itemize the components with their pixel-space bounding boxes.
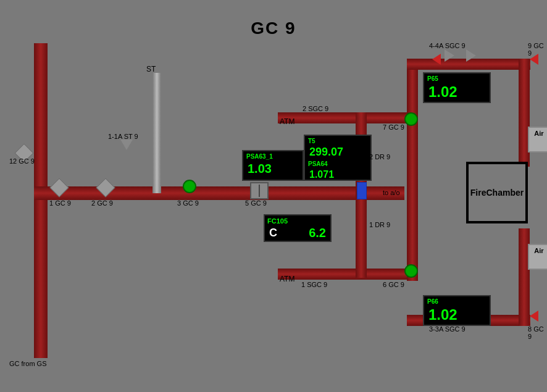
pipe-h-bot bbox=[278, 269, 417, 280]
fc105-value: 6.2 bbox=[309, 226, 329, 240]
valve-st9-tri[interactable] bbox=[120, 140, 133, 150]
label-1dr9: 1 DR 9 bbox=[369, 221, 390, 228]
air-inlet-bot: Air bbox=[528, 244, 547, 270]
display-psa63: PSA63_1 1.03 bbox=[242, 150, 304, 181]
display-p66: P66 1.02 bbox=[423, 295, 491, 326]
p66-label: P66 bbox=[425, 298, 488, 306]
fire-chamber-box bbox=[466, 162, 528, 223]
label-6gc9: 6 GC 9 bbox=[383, 281, 404, 288]
valve-4a-sgc9-right[interactable] bbox=[466, 49, 476, 62]
valve-4a-sgc9-left[interactable] bbox=[445, 49, 454, 62]
label-1gc9: 1 GC 9 bbox=[49, 199, 71, 207]
st-label: ST bbox=[146, 65, 156, 73]
arrow-top-left bbox=[432, 54, 441, 65]
label-12gc9: 12 GC 9 bbox=[9, 157, 35, 165]
pipe-h-top bbox=[278, 112, 417, 123]
label-7gc9: 7 GC 9 bbox=[383, 123, 404, 131]
pipe-left-main bbox=[34, 43, 48, 358]
valve-1gc9[interactable] bbox=[52, 181, 66, 194]
p65-label: P65 bbox=[425, 75, 488, 83]
pipe-v-right-top bbox=[407, 59, 418, 198]
valve-2gc9[interactable] bbox=[99, 181, 112, 194]
t5-label: T5 bbox=[306, 137, 369, 145]
label-1-1a-st9: 1-1A ST 9 bbox=[108, 133, 138, 140]
psa63-label: PSA63_1 bbox=[244, 152, 301, 161]
label-4a-sgc9: 4-4A SGC 9 bbox=[429, 42, 466, 49]
air-inlet-top: Air bbox=[528, 127, 547, 152]
valve-3gc9[interactable] bbox=[183, 180, 196, 193]
valve-5gc9[interactable] bbox=[250, 182, 269, 199]
pipe-v-far-right-bot bbox=[519, 228, 530, 326]
valve-6gc9[interactable] bbox=[404, 264, 418, 278]
label-gc-from-gs: GC from GS bbox=[9, 360, 47, 367]
fc105-letter: C bbox=[266, 227, 277, 240]
label-2dr9: 2 DR 9 bbox=[369, 153, 390, 161]
to-ao-label: to a/o bbox=[383, 189, 400, 196]
pipe-v-st bbox=[152, 73, 161, 193]
pipe-v-mid-bot bbox=[356, 194, 367, 278]
label-2sgc9: 2 SGC 9 bbox=[303, 105, 328, 112]
pipe-h-mid bbox=[34, 186, 404, 200]
label-9gc9: 9 GC 9 bbox=[528, 42, 547, 57]
label-2gc9: 2 GC 9 bbox=[91, 199, 113, 207]
atm-top: ATM bbox=[280, 117, 294, 126]
psa63-value: 1.03 bbox=[244, 161, 301, 177]
label-8gc9: 8 GC 9 bbox=[528, 325, 547, 340]
display-p65: P65 1.02 bbox=[423, 72, 491, 103]
air-bot-label: Air bbox=[533, 247, 545, 254]
fc105-label: FC105 bbox=[266, 216, 329, 226]
p66-value: 1.02 bbox=[425, 306, 488, 324]
arrow-8gc9 bbox=[530, 311, 538, 322]
label-3a-sgc9: 3-3A SGC 9 bbox=[429, 325, 466, 333]
display-fc105: FC105 C 6.2 bbox=[264, 214, 332, 242]
indicator-4gc9 bbox=[357, 182, 367, 199]
label-4gc9: 4 GC 9 bbox=[343, 173, 364, 180]
label-5gc9: 5 GC 9 bbox=[245, 199, 267, 207]
atm-bot: ATM bbox=[280, 275, 294, 283]
page-title: GC 9 bbox=[0, 19, 547, 38]
psa64-label: PSA64 bbox=[306, 160, 369, 168]
t5-value: 299.07 bbox=[306, 145, 369, 160]
air-top-label: Air bbox=[533, 130, 545, 137]
p65-value: 1.02 bbox=[425, 83, 488, 101]
valve-7gc9[interactable] bbox=[404, 112, 418, 126]
label-1sgc9: 1 SGC 9 bbox=[301, 281, 327, 288]
label-3gc9: 3 GC 9 bbox=[177, 199, 199, 207]
